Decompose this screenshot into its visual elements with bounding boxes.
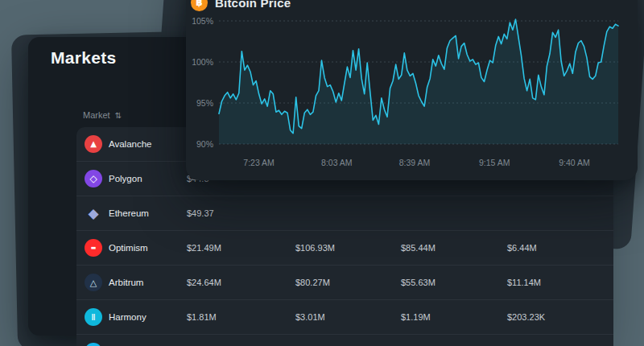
x-tick-label: 8:03 AM	[311, 158, 362, 167]
y-tick-label: 95%	[186, 98, 213, 108]
ethereum-icon: ◆	[85, 204, 102, 222]
market-name: Polygon	[109, 174, 187, 183]
bitcoin-price-panel: ฿ Bitcoin Price 105%100%95%90% 7:23 AM8:…	[186, 0, 638, 180]
x-tick-label: 8:39 AM	[389, 158, 440, 167]
market-value: $106.93M	[295, 243, 401, 253]
bitcoin-icon: ฿	[191, 0, 208, 11]
coin-icon-glyph: ◇	[89, 174, 97, 183]
coin-icon-glyph: Ⅱ	[91, 313, 95, 322]
x-tick-label: 9:15 AM	[469, 158, 520, 167]
price-chart-svg	[219, 11, 618, 157]
markets-title: Markets	[51, 48, 116, 68]
coin-icon-glyph: △	[90, 278, 97, 287]
market-value: $203.23K	[507, 312, 613, 322]
market-name: Ethereum	[109, 208, 187, 218]
table-row[interactable]: Ⅱ Harmony $1.81M $3.01M $1.19M $203.23K	[76, 299, 613, 334]
polygon-icon: ◇	[85, 170, 102, 187]
harmony-icon: Ⅱ	[85, 308, 102, 326]
column-header-market[interactable]: Market ⇅	[76, 110, 187, 120]
market-value: $55.63M	[401, 278, 507, 287]
y-tick-label: 105%	[186, 16, 213, 26]
table-row[interactable]: ▬ Optimism $21.49M $106.93M $85.44M $6.4…	[76, 230, 613, 265]
x-tick-label: 9:40 AM	[548, 158, 600, 167]
market-name: Avalanche	[109, 139, 187, 149]
coin-icon-glyph: ▬	[91, 245, 97, 251]
market-value: $11.14M	[507, 278, 613, 287]
market-value: $24.64M	[187, 278, 295, 287]
price-area-fill	[219, 19, 618, 144]
sort-icon[interactable]: ⇅	[115, 111, 122, 120]
app-background: Markets Market ⇅ Total ▲ Avalanche $202.…	[0, 0, 644, 346]
table-row[interactable]: ◆ Ethereum $49.37	[76, 196, 613, 230]
table-row[interactable]: △ Arbitrum $24.64M $80.27M $55.63M $11.1…	[76, 265, 613, 299]
market-value: $21.49M	[187, 243, 295, 253]
y-tick-label: 100%	[186, 57, 213, 67]
chart-title: Bitcoin Price	[215, 0, 291, 10]
market-value: $80.27M	[295, 278, 401, 287]
optimism-icon: ▬	[85, 239, 102, 257]
market-name: Optimism	[109, 243, 187, 253]
coin-icon-glyph: ◆	[88, 207, 98, 220]
coin-icon-glyph: ▲	[90, 140, 97, 148]
market-value: $1.19M	[401, 312, 507, 322]
market-value: $1.81M	[187, 312, 295, 322]
market-value: $3.01M	[295, 312, 401, 322]
arbitrum-icon: △	[85, 274, 102, 291]
avalanche-icon: ▲	[85, 135, 102, 153]
market-value: $6.44M	[507, 243, 613, 253]
market-name: Arbitrum	[109, 278, 187, 287]
y-tick-label: 90%	[186, 139, 213, 149]
market-value: $49.37	[187, 208, 295, 218]
table-row[interactable]: ◈ Fantom $129.32K $1.35M $1.22M $7.92K	[76, 334, 613, 346]
market-value: $85.44M	[401, 243, 507, 253]
x-tick-label: 7:23 AM	[233, 158, 285, 167]
market-name: Harmony	[109, 312, 187, 322]
fantom-icon: ◈	[85, 343, 102, 346]
